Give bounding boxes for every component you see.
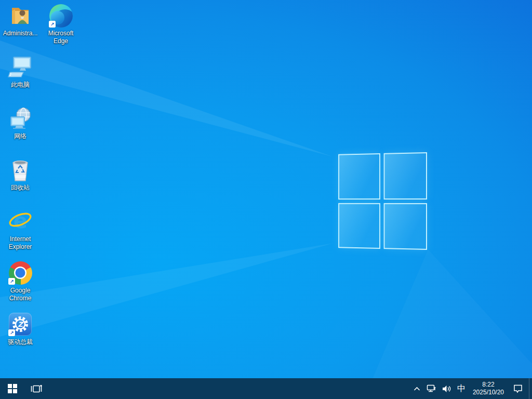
action-center-icon [513,384,523,393]
desktop-icon-label: Microsoft Edge [41,30,81,45]
internet-explorer-icon: e [8,209,33,234]
desktop-wallpaper: Administra... ↗ Microsoft Edge 此电脑 [0,0,532,399]
light-beam [0,0,532,399]
clock-date: 2025/10/20 [473,389,504,396]
system-tray: 中 8:22 2025/10/20 [411,378,528,399]
driver-ceo-icon: Z ↗ [8,312,33,337]
windows-logo-wallpaper [338,152,427,250]
desktop-icon-label: 驱动总裁 [8,338,33,346]
svg-text:e: e [13,209,27,233]
shortcut-arrow-icon: ↗ [49,21,56,28]
network-globe-icon [8,106,33,131]
desktop-icon-label: Internet Explorer [1,235,40,251]
speaker-icon [442,385,451,393]
volume-button[interactable] [439,378,454,399]
desktop-icon-this-pc[interactable]: 此电脑 [1,55,40,89]
windows-logo-pane [338,153,380,200]
task-view-icon [31,384,42,393]
desktop-icon-label: 回收站 [11,184,30,192]
action-center-button[interactable] [508,378,528,399]
windows-logo-pane [338,203,380,249]
desktop-icon-label: 此电脑 [11,81,30,89]
desktop-icon-network[interactable]: 网络 [1,106,40,140]
clock-time: 8:22 [482,381,494,389]
network-status-button[interactable] [423,378,439,399]
desktop-icon-driver-ceo[interactable]: Z ↗ 驱动总裁 [1,312,40,346]
ime-language-indicator[interactable]: 中 [454,378,469,399]
tray-overflow-button[interactable] [411,378,423,399]
light-beam [0,0,532,399]
windows-start-icon [8,384,17,393]
desktop-icon-google-chrome[interactable]: ↗ Google Chrome [1,260,40,302]
windows-logo-pane [383,203,427,250]
desktop-icon-recycle-bin[interactable]: 回收站 [1,157,40,192]
task-view-button[interactable] [25,378,48,399]
recycle-bin-icon [8,157,33,182]
desktop-icon-label: Administra... [3,30,38,37]
shortcut-arrow-icon: ↗ [8,329,15,336]
desktop-icon-microsoft-edge[interactable]: ↗ Microsoft Edge [41,3,81,45]
shortcut-arrow-icon: ↗ [8,278,15,285]
desktop-icon-label: 网络 [14,132,26,140]
chevron-up-icon [414,387,420,391]
desktop-icon-label: Google Chrome [1,287,40,302]
start-button[interactable] [0,378,25,399]
network-ethernet-icon [425,384,436,393]
windows-logo-pane [383,152,427,200]
light-beam [0,0,532,399]
taskbar-clock[interactable]: 8:22 2025/10/20 [469,381,508,396]
show-desktop-button[interactable] [529,378,532,399]
user-folder-icon [8,3,33,28]
edge-icon: ↗ [48,3,73,28]
this-pc-icon [8,55,33,79]
chrome-icon: ↗ [8,260,33,285]
desktop-icon-internet-explorer[interactable]: e Internet Explorer [1,209,40,251]
taskbar: 中 8:22 2025/10/20 [0,378,532,399]
desktop-icon-administrator[interactable]: Administra... [1,3,40,37]
